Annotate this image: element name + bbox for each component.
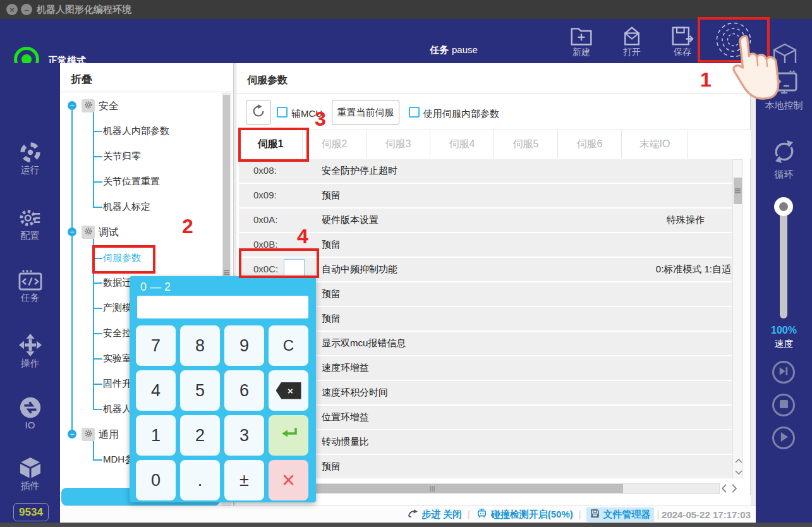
panel-title: 伺服参数 bbox=[247, 74, 288, 87]
tree-scrollbar-thumb[interactable] bbox=[223, 95, 230, 284]
numpad-key-2[interactable]: 2 bbox=[180, 415, 220, 456]
internal-params-checkbox[interactable] bbox=[409, 107, 420, 118]
window-close-button[interactable]: × bbox=[6, 4, 18, 15]
top-bar: 正常模式 任务 pause 配置 default 新建 打开 保存 bbox=[0, 19, 812, 63]
numpad-keys: 7 8 9 C 4 5 6 × 1 2 3 0 . ± × bbox=[136, 325, 310, 499]
loop-label: 循环 bbox=[756, 169, 812, 181]
tree-item-robot[interactable]: 机器人 bbox=[103, 403, 131, 415]
tab-servo4[interactable]: 伺服4 bbox=[430, 130, 494, 159]
numpad-key-backspace[interactable]: × bbox=[269, 370, 308, 411]
table-vscrollbar[interactable] bbox=[732, 159, 743, 478]
collision-detect-toggle[interactable]: 碰撞检测开启(50%) bbox=[476, 508, 573, 521]
numpad-key-4[interactable]: 4 bbox=[136, 370, 176, 411]
scroll-up-icon[interactable] bbox=[735, 455, 742, 466]
save-project-button[interactable]: 保存 bbox=[665, 25, 700, 62]
tree-item-robot-internal-params[interactable]: 机器人内部参数 bbox=[103, 125, 169, 137]
numpad-key-3[interactable]: 3 bbox=[224, 415, 264, 456]
play-button[interactable] bbox=[772, 427, 795, 449]
tree-item-firmware-upgrade[interactable]: 固件升 bbox=[103, 378, 131, 390]
step-mode-toggle[interactable]: 步进 关闭 bbox=[408, 509, 462, 521]
open-project-button[interactable]: 打开 bbox=[614, 25, 650, 62]
tree-item-joint-position-reset[interactable]: 关节位置重置 bbox=[103, 176, 160, 188]
open-button-label: 打开 bbox=[614, 47, 650, 58]
numpad-range-label: 0 — 2 bbox=[140, 281, 171, 294]
numpad-key-plusminus[interactable]: ± bbox=[224, 460, 264, 500]
scroll-right-icon[interactable] bbox=[731, 484, 737, 495]
speed-value: 100% bbox=[756, 325, 812, 336]
numpad-key-9[interactable]: 9 bbox=[224, 325, 264, 366]
speed-slider-track[interactable] bbox=[780, 203, 787, 318]
counter-badge-value: 9534 bbox=[19, 506, 43, 519]
collision-detect-label: 碰撞检测开启(50%) bbox=[491, 509, 573, 521]
numpad-key-0[interactable]: 0 bbox=[136, 460, 176, 500]
stop-button[interactable] bbox=[772, 394, 795, 416]
tree-item-safety-control[interactable]: 安全控 bbox=[103, 327, 131, 339]
tab-end-io[interactable]: 末端IO bbox=[622, 130, 688, 159]
tree-collapse-toggle-debug[interactable]: − bbox=[68, 227, 76, 236]
step-forward-button[interactable] bbox=[772, 361, 795, 384]
tab-servo2[interactable]: 伺服2 bbox=[303, 130, 367, 159]
open-file-icon bbox=[614, 25, 650, 47]
sidebar-item-task[interactable]: 任务 bbox=[0, 269, 60, 304]
sidebar-item-plugin[interactable]: 插件 bbox=[0, 456, 60, 492]
tab-servo3[interactable]: 伺服3 bbox=[367, 130, 430, 159]
numpad-key-dot[interactable]: . bbox=[180, 460, 220, 500]
hand-cursor-icon bbox=[724, 30, 782, 111]
file-manager-button[interactable]: 文件管理器 bbox=[586, 507, 654, 522]
annotation-number-2: 2 bbox=[182, 215, 193, 238]
tree-item-data-migration[interactable]: 数据迁 bbox=[103, 277, 131, 289]
aux-mcu-checkbox[interactable] bbox=[277, 107, 288, 118]
refresh-button[interactable] bbox=[246, 100, 271, 125]
numpad-key-7[interactable]: 7 bbox=[136, 325, 176, 366]
annotation-box-2 bbox=[92, 245, 155, 274]
sidebar-item-run[interactable]: 运行 bbox=[0, 140, 60, 176]
window-minimize-button[interactable]: – bbox=[21, 4, 32, 15]
tree-item-joint-zeroing[interactable]: 关节归零 bbox=[103, 150, 141, 162]
sidebar-item-io[interactable]: IO bbox=[0, 396, 60, 430]
sidebar-item-loop[interactable]: 循环 bbox=[756, 138, 812, 181]
numpad-key-8[interactable]: 8 bbox=[180, 325, 220, 366]
tree-node-debug[interactable]: 调试 bbox=[99, 226, 119, 239]
tree-collapse-toggle-safety[interactable]: − bbox=[68, 101, 76, 110]
sidebar-label-config: 配置 bbox=[0, 230, 60, 242]
scroll-left-icon[interactable] bbox=[721, 484, 727, 495]
numpad-key-enter[interactable] bbox=[269, 415, 308, 456]
annotation-number-1: 1 bbox=[700, 68, 712, 92]
task-label: 任务 bbox=[430, 44, 449, 56]
sidebar-item-operate[interactable]: 操作 bbox=[0, 332, 60, 370]
tree-item-laboratory[interactable]: 实验室 bbox=[103, 353, 131, 365]
sidebar-item-config[interactable]: 配置 bbox=[0, 206, 60, 242]
gear-icon bbox=[84, 429, 93, 440]
tab-servo6[interactable]: 伺服6 bbox=[558, 130, 622, 159]
left-sidebar: 运行 配置 任务 操作 IO 插件 9534 bbox=[0, 63, 60, 527]
numpad-key-5[interactable]: 5 bbox=[180, 370, 220, 411]
tree-item-robot-calibration[interactable]: 机器人标定 bbox=[103, 201, 150, 213]
backspace-icon: × bbox=[276, 382, 301, 399]
speed-label: 速度 bbox=[756, 338, 812, 350]
numpad-key-close[interactable]: × bbox=[269, 460, 308, 500]
tree-collapse-toggle-general[interactable]: − bbox=[68, 430, 76, 439]
annotation-number-4: 4 bbox=[297, 225, 308, 248]
param-row-0x09[interactable]: 0x09:预留 bbox=[239, 184, 732, 207]
scroll-down-icon[interactable] bbox=[735, 466, 742, 478]
tree-item-production-test[interactable]: 产测模 bbox=[103, 302, 131, 314]
reset-servo-button[interactable]: 重置当前伺服 bbox=[332, 100, 399, 125]
param-row-0x08[interactable]: 0x08:安全防护停止超时 bbox=[239, 159, 732, 183]
annotation-box-4 bbox=[239, 248, 319, 278]
numpad-input[interactable] bbox=[137, 296, 308, 318]
counter-badge[interactable]: 9534 bbox=[13, 503, 49, 521]
tree-collapse-button[interactable]: 折叠 bbox=[71, 72, 92, 87]
speed-slider-knob[interactable] bbox=[774, 197, 793, 216]
table-vscrollbar-thumb[interactable] bbox=[734, 178, 742, 204]
skip-icon bbox=[779, 366, 789, 379]
new-project-button[interactable]: 新建 bbox=[564, 25, 599, 62]
numpad-key-clear[interactable]: C bbox=[269, 325, 308, 366]
param-row-0x0A[interactable]: 0x0A:硬件版本设置特殊操作 bbox=[239, 209, 732, 232]
tree-node-general[interactable]: 通用 bbox=[99, 428, 119, 442]
status-bar: 步进 关闭 | 碰撞检测开启(50%) | 文件管理器 | 2024-05-22… bbox=[60, 506, 756, 523]
io-icon bbox=[0, 396, 60, 420]
numpad-key-1[interactable]: 1 bbox=[136, 415, 176, 456]
numpad-key-6[interactable]: 6 bbox=[224, 370, 264, 411]
tab-servo5[interactable]: 伺服5 bbox=[494, 130, 558, 159]
tree-node-safety[interactable]: 安全 bbox=[99, 100, 119, 113]
